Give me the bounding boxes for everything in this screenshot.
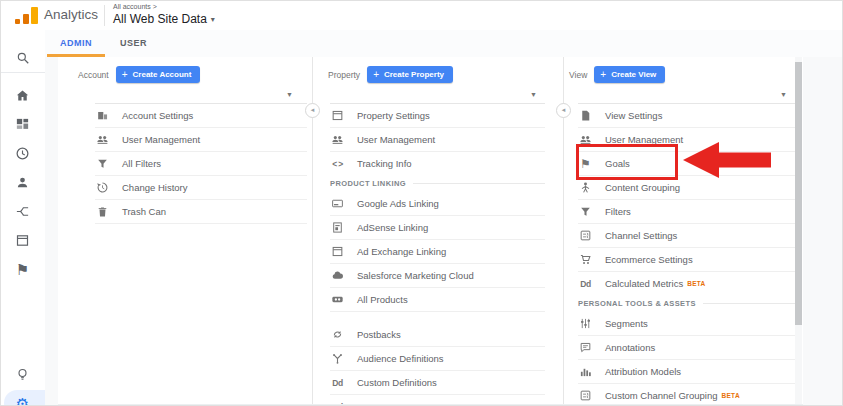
google-analytics-logo-icon [15, 7, 38, 24]
list-item-trash-can[interactable]: Trash Can [95, 200, 307, 224]
create-account-button[interactable]: +Create Account [116, 66, 201, 83]
window-icon [330, 244, 345, 259]
list-item-label: Ecommerce Settings [605, 254, 693, 265]
view-dropdown-caret-icon[interactable]: ▼ [780, 91, 787, 98]
list-item-audience-definitions[interactable]: Audience Definitions [330, 347, 545, 371]
account-selector[interactable]: All Web Site Data▾ [113, 13, 215, 25]
list-item-user-management[interactable]: User Management [95, 128, 307, 152]
list-item-annotations[interactable]: Annotations [578, 336, 795, 360]
list-item-label: User Management [122, 134, 200, 145]
users-icon [330, 132, 345, 147]
list-item-label: Postbacks [357, 329, 401, 340]
list-item-segments[interactable]: Segments [578, 312, 795, 336]
list-item-label: View Settings [605, 110, 662, 121]
list-item-google-ads-linking[interactable]: Google Ads Linking [330, 192, 545, 216]
account-menu-list: Account SettingsUser ManagementAll Filte… [95, 103, 307, 224]
sidebar-item-insights[interactable] [0, 360, 45, 389]
beta-badge: BETA [687, 280, 705, 287]
sidebar-item-acquisition[interactable] [0, 197, 45, 226]
list-item-all-products[interactable]: All Products [330, 288, 545, 312]
dd-icon: Dd [330, 375, 345, 390]
list-item-label: Annotations [605, 342, 655, 353]
sidebar-bottom-nav: ⚙ [0, 360, 45, 406]
list-item-label: Account Settings [122, 110, 193, 121]
list-item-custom-definitions[interactable]: DdCustom Definitions [330, 371, 545, 395]
list-item-tracking-info[interactable]: < >Tracking Info [330, 152, 545, 175]
section-header-product-linking: PRODUCT LINKING [330, 175, 545, 192]
history-icon [95, 180, 110, 195]
list-item-label: Salesforce Marketing Cloud [357, 270, 474, 281]
list-item-salesforce-marketing-cloud[interactable]: Salesforce Marketing Cloud [330, 264, 545, 288]
list-item-postbacks[interactable]: Postbacks [330, 323, 545, 347]
search-icon[interactable] [0, 46, 45, 72]
account-breadcrumb-block: All accounts > All Web Site Data▾ [113, 3, 215, 25]
collapse-column-icon[interactable]: ◄ [305, 103, 320, 118]
account-column: Account +Create Account ▼ Account Settin… [58, 57, 312, 404]
brand-title: Analytics [44, 7, 98, 22]
sidebar-item-admin[interactable]: ⚙ [0, 389, 45, 406]
sidebar-item-home[interactable] [0, 81, 45, 110]
products-icon [330, 292, 345, 307]
column-label-view: View [569, 70, 587, 80]
trash-icon [95, 204, 110, 219]
list-item-ad-exchange-linking[interactable]: Ad Exchange Linking [330, 240, 545, 264]
cart-icon [578, 252, 593, 267]
tab-admin[interactable]: ADMIN [47, 30, 105, 57]
sidebar-item-audience[interactable] [0, 168, 45, 197]
list-item-label: Content Grouping [605, 182, 680, 193]
admin-main-area: Account +Create Account ▼ Account Settin… [45, 57, 843, 406]
property-column: Property +Create Property ▼ Property Set… [312, 57, 563, 404]
list-item-attribution-models[interactable]: Attribution Models [578, 360, 795, 384]
list-item-data-import[interactable]: DdData Import [330, 395, 545, 404]
beta-badge: BETA [721, 392, 739, 399]
sidebar-item-conversions[interactable]: ⚑ [0, 255, 45, 284]
goals-highlight-box [576, 144, 678, 180]
property-dropdown-caret-icon[interactable]: ▼ [530, 91, 537, 98]
doc-icon [578, 108, 593, 123]
list-item-filters[interactable]: Filters [578, 200, 795, 224]
topbar-divider [104, 5, 105, 26]
top-app-bar: Analytics All accounts > All Web Site Da… [0, 0, 843, 30]
tab-user[interactable]: USER [107, 30, 160, 57]
sidebar-item-realtime[interactable] [0, 139, 45, 168]
sidebar-divider [0, 72, 45, 73]
list-item-label: Trash Can [122, 206, 166, 217]
list-item-user-management[interactable]: User Management [330, 128, 545, 152]
list-item-calculated-metrics[interactable]: DdCalculated MetricsBETA [578, 272, 795, 295]
left-icon-sidebar: ⚑ ⚙ [0, 30, 45, 406]
list-item-label: Google Ads Linking [357, 198, 439, 209]
dd-icon: Dd [330, 399, 345, 404]
list-item-label: Segments [605, 318, 648, 329]
scrollbar-thumb[interactable] [795, 62, 802, 325]
tab-strip: ADMIN USER [45, 30, 843, 57]
list-item-account-settings[interactable]: Account Settings [95, 104, 307, 128]
list-item-label: User Management [357, 134, 435, 145]
create-property-button[interactable]: +Create Property [367, 66, 453, 83]
list-item-property-settings[interactable]: Property Settings [330, 104, 545, 128]
list-item-ecommerce-settings[interactable]: Ecommerce Settings [578, 248, 795, 272]
red-arrow-annotation [682, 141, 772, 179]
list-item-label: Data Import [357, 401, 407, 404]
sidebar-item-behavior[interactable] [0, 226, 45, 255]
card-icon [330, 196, 345, 211]
create-view-button[interactable]: +Create View [594, 66, 665, 83]
funnel-icon [95, 156, 110, 171]
column-label-account: Account [78, 70, 109, 80]
collapse-column-icon[interactable]: ◄ [556, 103, 571, 118]
sidebar-item-customization[interactable] [0, 110, 45, 139]
segments-icon [578, 316, 593, 331]
gear-icon: ⚙ [16, 396, 29, 406]
person-icon [15, 175, 30, 190]
sync-icon [330, 327, 345, 342]
grid-icon [15, 117, 30, 132]
list-item-custom-channel-grouping[interactable]: Custom Channel GroupingBETA [578, 384, 795, 404]
list-item-view-settings[interactable]: View Settings [578, 104, 795, 128]
admin-card: Account +Create Account ▼ Account Settin… [58, 57, 803, 405]
list-item-change-history[interactable]: Change History [95, 176, 307, 200]
list-item-channel-settings[interactable]: Channel Settings [578, 224, 795, 248]
plus-icon: + [122, 71, 128, 79]
flag-icon: ⚑ [16, 262, 29, 277]
account-dropdown-caret-icon[interactable]: ▼ [286, 91, 293, 98]
list-item-adsense-linking[interactable]: AdSense Linking [330, 216, 545, 240]
list-item-all-filters[interactable]: All Filters [95, 152, 307, 176]
